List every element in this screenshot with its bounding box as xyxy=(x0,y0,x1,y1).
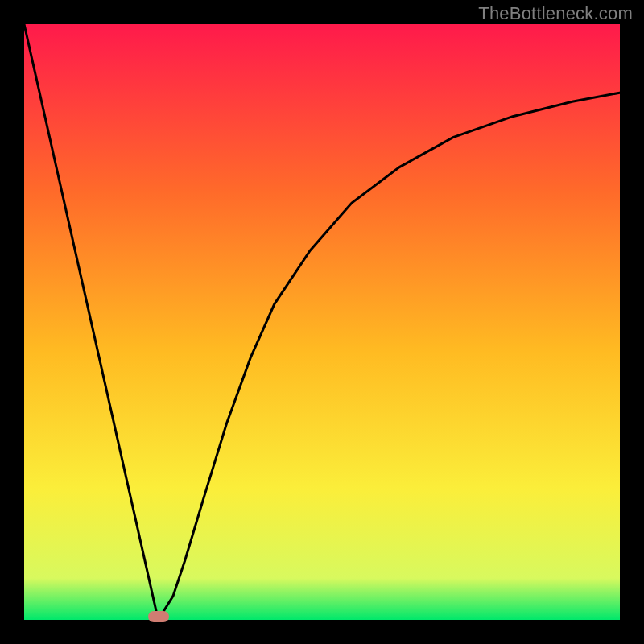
bottleneck-chart xyxy=(24,24,620,620)
chart-background xyxy=(24,24,620,620)
watermark-text: TheBottleneck.com xyxy=(478,3,633,24)
optimal-point-marker xyxy=(148,611,169,622)
chart-frame: TheBottleneck.com xyxy=(0,0,644,644)
